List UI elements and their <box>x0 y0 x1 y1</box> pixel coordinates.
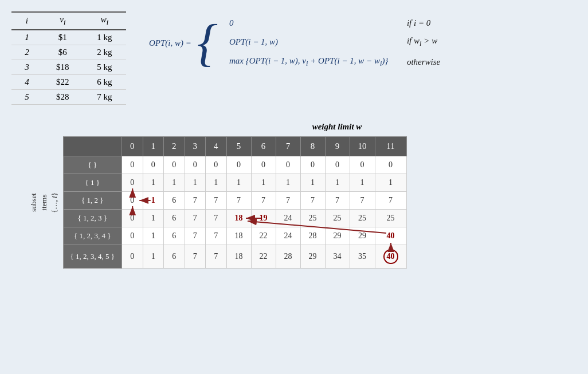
dp-col-header-7: 7 <box>276 137 300 156</box>
item-cell-1: $1 <box>42 30 83 45</box>
left-axis-label: subsetitems{…, i} <box>29 192 60 213</box>
dp-cell-3-0: 0 <box>122 210 143 227</box>
formula-area: OPT(i, w) = { 0 if i = 0 OPT(i − 1, w) i… <box>149 11 577 69</box>
item-cell-0: 4 <box>11 75 42 90</box>
col-header-vi: vi <box>42 12 83 30</box>
dp-table-container: 01234567891011 { }000000000000{ 1 }01111… <box>63 136 407 269</box>
dp-col-header-3: 3 <box>185 137 206 156</box>
dp-cell-1-8: 1 <box>300 174 325 192</box>
dp-cell-5-5: 18 <box>226 245 251 269</box>
case-cond-1: if wi > w <box>407 36 437 48</box>
dp-cell-3-4: 7 <box>206 210 227 227</box>
item-cell-2: 6 kg <box>83 75 126 90</box>
formula-cases: 0 if i = 0 OPT(i − 1, w) if wi > w max {… <box>229 18 440 68</box>
item-cell-0: 5 <box>11 90 42 105</box>
dp-cell-0-2: 0 <box>164 156 185 174</box>
dp-row: { 1, 2, 3 }0167718192425252525 <box>63 210 406 227</box>
formula-brace: { <box>197 17 218 69</box>
dp-col-header-2: 2 <box>164 137 185 156</box>
dp-cell-1-11: 1 <box>375 174 406 192</box>
formula-lhs: OPT(i, w) = <box>149 38 191 48</box>
dp-cell-2-9: 7 <box>325 192 350 210</box>
dp-cell-2-3: 7 <box>185 192 206 210</box>
dp-cell-5-4: 7 <box>206 245 227 269</box>
case-expr-1: OPT(i − 1, w) <box>229 37 390 47</box>
dp-col-header-4: 4 <box>206 137 227 156</box>
item-cell-2: 7 kg <box>83 90 126 105</box>
dp-cell-2-11: 7 <box>375 192 406 210</box>
case-expr-0: 0 <box>229 18 390 28</box>
dp-cell-0-5: 0 <box>226 156 251 174</box>
dp-cell-5-0: 0 <box>122 245 143 269</box>
dp-cell-5-11: 40 <box>375 245 406 269</box>
dp-col-header-5: 5 <box>226 137 251 156</box>
dp-cell-0-6: 0 <box>251 156 276 174</box>
dp-cell-1-4: 1 <box>206 174 227 192</box>
dp-cell-5-3: 7 <box>185 245 206 269</box>
dp-cell-3-6: 19 <box>251 210 276 227</box>
dp-cell-2-8: 7 <box>300 192 325 210</box>
dp-row-label-2: { 1, 2 } <box>63 192 121 210</box>
dp-cell-0-0: 0 <box>122 156 143 174</box>
dp-cell-3-2: 6 <box>164 210 185 227</box>
dp-cell-1-9: 1 <box>325 174 350 192</box>
dp-row-label-1: { 1 } <box>63 174 121 192</box>
dp-cell-2-1: 1 <box>143 192 164 210</box>
dp-cell-4-8: 28 <box>300 227 325 245</box>
dp-cell-3-3: 7 <box>185 210 206 227</box>
dp-cell-3-7: 24 <box>276 210 300 227</box>
dp-row-label-4: { 1, 2, 3, 4 } <box>63 227 121 245</box>
case-expr-2: max {OPT(i − 1, w), vi + OPT(i − 1, w − … <box>229 56 390 68</box>
dp-row: { 1 }011111111111 <box>63 174 406 192</box>
dp-cell-0-9: 0 <box>325 156 350 174</box>
dp-row: { 1, 2, 3, 4, 5 }0167718222829343540 <box>63 245 406 269</box>
dp-col-header-10: 10 <box>350 137 375 156</box>
circled-value: 40 <box>383 249 398 264</box>
dp-cell-1-5: 1 <box>226 174 251 192</box>
dp-cell-5-8: 29 <box>300 245 325 269</box>
dp-cell-2-10: 7 <box>350 192 375 210</box>
dp-cell-4-0: 0 <box>122 227 143 245</box>
dp-cell-4-5: 18 <box>226 227 251 245</box>
dp-cell-4-10: 29 <box>350 227 375 245</box>
case-row-0: 0 if i = 0 <box>229 18 440 28</box>
dp-cell-2-5: 7 <box>226 192 251 210</box>
dp-section: weight limit w subsetitems{…, i} 0123456… <box>11 122 577 269</box>
dp-cell-0-7: 0 <box>276 156 300 174</box>
dp-col-header-8: 8 <box>300 137 325 156</box>
dp-cell-1-3: 1 <box>185 174 206 192</box>
item-row: 4$226 kg <box>11 75 126 90</box>
case-cond-2: otherwise <box>407 57 440 67</box>
dp-cell-3-1: 1 <box>143 210 164 227</box>
dp-cell-1-1: 1 <box>143 174 164 192</box>
dp-row-label-3: { 1, 2, 3 } <box>63 210 121 227</box>
dp-cell-3-9: 25 <box>325 210 350 227</box>
dp-table: 01234567891011 { }000000000000{ 1 }01111… <box>63 136 407 269</box>
item-row: 1$11 kg <box>11 30 126 45</box>
dp-cell-5-1: 1 <box>143 245 164 269</box>
dp-row: { 1, 2, 3, 4 }0167718222428292940 <box>63 227 406 245</box>
item-cell-1: $18 <box>42 60 83 75</box>
item-cell-1: $6 <box>42 45 83 60</box>
item-row: 2$62 kg <box>11 45 126 60</box>
dp-cell-4-9: 29 <box>325 227 350 245</box>
col-header-wi: wi <box>83 12 126 30</box>
dp-cell-5-10: 35 <box>350 245 375 269</box>
dp-cell-5-7: 28 <box>276 245 300 269</box>
dp-row: { 1, 2 }016777777777 <box>63 192 406 210</box>
highlighted-value: 1 <box>151 196 155 204</box>
case-cond-0: if i = 0 <box>407 18 430 28</box>
dp-cell-0-8: 0 <box>300 156 325 174</box>
dp-cell-3-5: 18 <box>226 210 251 227</box>
dp-cell-2-4: 7 <box>206 192 227 210</box>
dp-cell-0-1: 0 <box>143 156 164 174</box>
dp-cell-3-11: 25 <box>375 210 406 227</box>
item-cell-0: 1 <box>11 30 42 45</box>
dp-cell-4-3: 7 <box>185 227 206 245</box>
dp-col-header-11: 11 <box>375 137 406 156</box>
dp-col-header-6: 6 <box>251 137 276 156</box>
dp-cell-0-4: 0 <box>206 156 227 174</box>
dp-cell-2-6: 7 <box>251 192 276 210</box>
dp-cell-5-2: 6 <box>164 245 185 269</box>
case-row-1: OPT(i − 1, w) if wi > w <box>229 36 440 48</box>
